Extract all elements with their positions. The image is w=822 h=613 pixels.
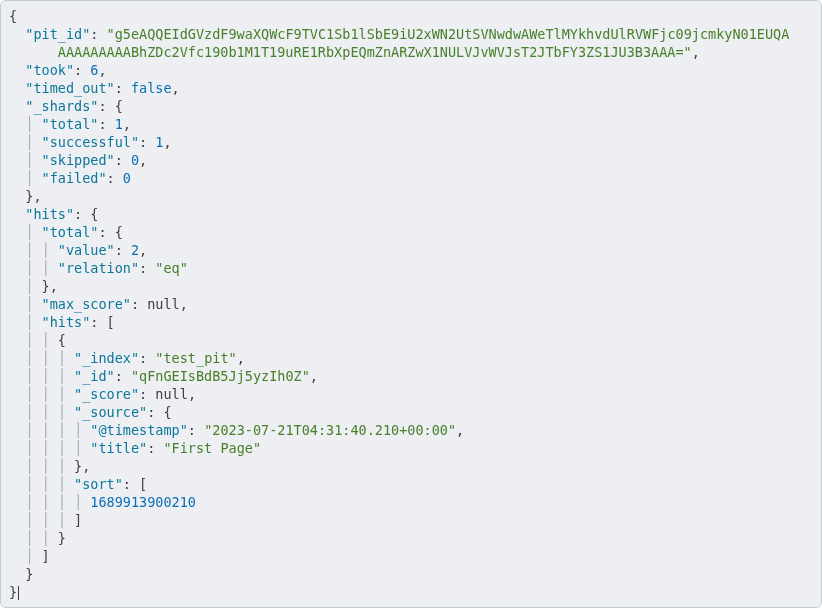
json-key: "hits" [25,206,74,222]
json-key: "pit_id" [25,26,90,42]
json-key: "max_score" [42,296,131,312]
json-key: "successful" [42,134,140,150]
json-number: 2 [131,242,139,258]
json-number: 1 [115,116,123,132]
json-string: "g5eAQQEIdGVzdF9waXQWcF9TVC1Sb1lSbE9iU2x… [107,26,790,42]
json-key: "total" [42,116,99,132]
json-key: "value" [58,242,115,258]
json-key: "_source" [74,404,147,420]
json-key: "_id" [74,368,115,384]
json-key: "title" [90,440,147,456]
json-key: "total" [42,224,99,240]
json-key: "_score" [74,386,139,402]
json-string: "eq" [155,260,188,276]
json-number: 1 [155,134,163,150]
json-number: 0 [123,170,131,186]
json-number: 1689913900210 [90,494,196,510]
json-string: "First Page" [163,440,261,456]
json-key: "took" [25,62,74,78]
text-cursor [18,586,19,600]
json-null: null [147,296,180,312]
json-key: "_index" [74,350,139,366]
json-string: "test_pit" [155,350,236,366]
json-key: "@timestamp" [90,422,188,438]
json-number: 0 [131,152,139,168]
json-key: "skipped" [42,152,115,168]
json-key: "hits" [42,314,91,330]
json-response-block: { "pit_id": "g5eAQQEIdGVzdF9waXQWcF9TVC1… [0,0,822,608]
json-key: "_shards" [25,98,98,114]
json-key: "sort" [74,476,123,492]
json-key: "relation" [58,260,139,276]
json-boolean: false [131,80,172,96]
json-string: "qFnGEIsBdB5Jj5yzIh0Z" [131,368,310,384]
json-string: "2023-07-21T04:31:40.210+00:00" [204,422,456,438]
json-key: "timed_out" [25,80,114,96]
json-null: null [155,386,188,402]
json-key: "failed" [42,170,107,186]
json-string: AAAAAAAAABhZDc2Vfc190b1M1T19uRE1RbXpEQmZ… [58,44,692,60]
